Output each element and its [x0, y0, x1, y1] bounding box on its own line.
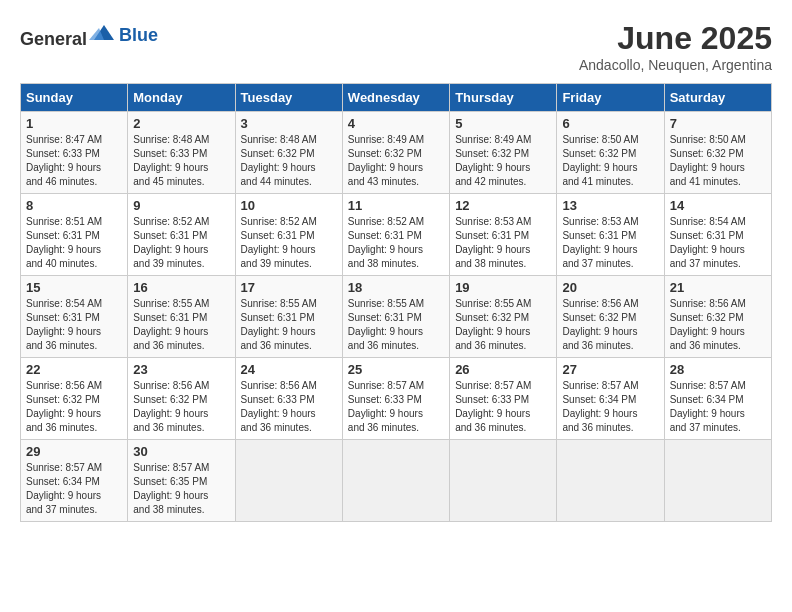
day-number: 30: [133, 444, 229, 459]
day-number: 25: [348, 362, 444, 377]
day-info: Sunrise: 8:54 AM Sunset: 6:31 PM Dayligh…: [26, 297, 122, 353]
col-thursday: Thursday: [450, 84, 557, 112]
day-info: Sunrise: 8:49 AM Sunset: 6:32 PM Dayligh…: [348, 133, 444, 189]
day-info: Sunrise: 8:54 AM Sunset: 6:31 PM Dayligh…: [670, 215, 766, 271]
day-number: 5: [455, 116, 551, 131]
table-row: 24Sunrise: 8:56 AM Sunset: 6:33 PM Dayli…: [235, 358, 342, 440]
day-number: 16: [133, 280, 229, 295]
day-info: Sunrise: 8:48 AM Sunset: 6:33 PM Dayligh…: [133, 133, 229, 189]
day-info: Sunrise: 8:52 AM Sunset: 6:31 PM Dayligh…: [348, 215, 444, 271]
table-row: 18Sunrise: 8:55 AM Sunset: 6:31 PM Dayli…: [342, 276, 449, 358]
day-info: Sunrise: 8:56 AM Sunset: 6:32 PM Dayligh…: [133, 379, 229, 435]
day-number: 29: [26, 444, 122, 459]
table-row: 30Sunrise: 8:57 AM Sunset: 6:35 PM Dayli…: [128, 440, 235, 522]
day-info: Sunrise: 8:52 AM Sunset: 6:31 PM Dayligh…: [241, 215, 337, 271]
day-info: Sunrise: 8:50 AM Sunset: 6:32 PM Dayligh…: [670, 133, 766, 189]
logo-blue: Blue: [119, 25, 158, 45]
header: General Blue June 2025 Andacollo, Neuque…: [20, 20, 772, 73]
table-row: 9Sunrise: 8:52 AM Sunset: 6:31 PM Daylig…: [128, 194, 235, 276]
title-section: June 2025 Andacollo, Neuquen, Argentina: [579, 20, 772, 73]
table-row: 6Sunrise: 8:50 AM Sunset: 6:32 PM Daylig…: [557, 112, 664, 194]
table-row: [450, 440, 557, 522]
day-number: 10: [241, 198, 337, 213]
logo-icon: [89, 20, 119, 45]
day-info: Sunrise: 8:50 AM Sunset: 6:32 PM Dayligh…: [562, 133, 658, 189]
col-sunday: Sunday: [21, 84, 128, 112]
calendar-table: Sunday Monday Tuesday Wednesday Thursday…: [20, 83, 772, 522]
day-number: 28: [670, 362, 766, 377]
table-row: [557, 440, 664, 522]
day-info: Sunrise: 8:53 AM Sunset: 6:31 PM Dayligh…: [562, 215, 658, 271]
table-row: 1Sunrise: 8:47 AM Sunset: 6:33 PM Daylig…: [21, 112, 128, 194]
day-info: Sunrise: 8:57 AM Sunset: 6:34 PM Dayligh…: [562, 379, 658, 435]
col-saturday: Saturday: [664, 84, 771, 112]
day-number: 27: [562, 362, 658, 377]
col-wednesday: Wednesday: [342, 84, 449, 112]
table-row: 22Sunrise: 8:56 AM Sunset: 6:32 PM Dayli…: [21, 358, 128, 440]
table-row: 29Sunrise: 8:57 AM Sunset: 6:34 PM Dayli…: [21, 440, 128, 522]
table-row: 17Sunrise: 8:55 AM Sunset: 6:31 PM Dayli…: [235, 276, 342, 358]
table-row: 14Sunrise: 8:54 AM Sunset: 6:31 PM Dayli…: [664, 194, 771, 276]
table-row: 4Sunrise: 8:49 AM Sunset: 6:32 PM Daylig…: [342, 112, 449, 194]
col-monday: Monday: [128, 84, 235, 112]
day-number: 14: [670, 198, 766, 213]
logo: General Blue: [20, 20, 158, 50]
day-number: 11: [348, 198, 444, 213]
day-number: 20: [562, 280, 658, 295]
day-number: 8: [26, 198, 122, 213]
day-info: Sunrise: 8:51 AM Sunset: 6:31 PM Dayligh…: [26, 215, 122, 271]
table-row: 13Sunrise: 8:53 AM Sunset: 6:31 PM Dayli…: [557, 194, 664, 276]
day-number: 26: [455, 362, 551, 377]
day-number: 6: [562, 116, 658, 131]
day-number: 1: [26, 116, 122, 131]
table-row: 11Sunrise: 8:52 AM Sunset: 6:31 PM Dayli…: [342, 194, 449, 276]
day-info: Sunrise: 8:55 AM Sunset: 6:31 PM Dayligh…: [241, 297, 337, 353]
day-info: Sunrise: 8:55 AM Sunset: 6:32 PM Dayligh…: [455, 297, 551, 353]
day-number: 17: [241, 280, 337, 295]
day-number: 19: [455, 280, 551, 295]
day-number: 21: [670, 280, 766, 295]
day-info: Sunrise: 8:52 AM Sunset: 6:31 PM Dayligh…: [133, 215, 229, 271]
table-row: [235, 440, 342, 522]
table-row: 23Sunrise: 8:56 AM Sunset: 6:32 PM Dayli…: [128, 358, 235, 440]
day-info: Sunrise: 8:56 AM Sunset: 6:32 PM Dayligh…: [26, 379, 122, 435]
table-row: [342, 440, 449, 522]
table-row: 25Sunrise: 8:57 AM Sunset: 6:33 PM Dayli…: [342, 358, 449, 440]
day-info: Sunrise: 8:55 AM Sunset: 6:31 PM Dayligh…: [133, 297, 229, 353]
calendar-subtitle: Andacollo, Neuquen, Argentina: [579, 57, 772, 73]
table-row: 19Sunrise: 8:55 AM Sunset: 6:32 PM Dayli…: [450, 276, 557, 358]
day-number: 23: [133, 362, 229, 377]
day-info: Sunrise: 8:53 AM Sunset: 6:31 PM Dayligh…: [455, 215, 551, 271]
day-number: 15: [26, 280, 122, 295]
logo-general: General: [20, 29, 87, 49]
day-info: Sunrise: 8:57 AM Sunset: 6:34 PM Dayligh…: [26, 461, 122, 517]
table-row: 5Sunrise: 8:49 AM Sunset: 6:32 PM Daylig…: [450, 112, 557, 194]
table-row: 27Sunrise: 8:57 AM Sunset: 6:34 PM Dayli…: [557, 358, 664, 440]
day-number: 3: [241, 116, 337, 131]
col-tuesday: Tuesday: [235, 84, 342, 112]
day-number: 18: [348, 280, 444, 295]
table-row: 10Sunrise: 8:52 AM Sunset: 6:31 PM Dayli…: [235, 194, 342, 276]
table-row: 3Sunrise: 8:48 AM Sunset: 6:32 PM Daylig…: [235, 112, 342, 194]
day-number: 9: [133, 198, 229, 213]
table-row: 20Sunrise: 8:56 AM Sunset: 6:32 PM Dayli…: [557, 276, 664, 358]
table-row: 8Sunrise: 8:51 AM Sunset: 6:31 PM Daylig…: [21, 194, 128, 276]
day-number: 12: [455, 198, 551, 213]
table-row: 16Sunrise: 8:55 AM Sunset: 6:31 PM Dayli…: [128, 276, 235, 358]
table-row: 15Sunrise: 8:54 AM Sunset: 6:31 PM Dayli…: [21, 276, 128, 358]
day-number: 7: [670, 116, 766, 131]
day-info: Sunrise: 8:49 AM Sunset: 6:32 PM Dayligh…: [455, 133, 551, 189]
day-number: 13: [562, 198, 658, 213]
day-info: Sunrise: 8:57 AM Sunset: 6:34 PM Dayligh…: [670, 379, 766, 435]
table-row: 12Sunrise: 8:53 AM Sunset: 6:31 PM Dayli…: [450, 194, 557, 276]
day-info: Sunrise: 8:48 AM Sunset: 6:32 PM Dayligh…: [241, 133, 337, 189]
table-row: 7Sunrise: 8:50 AM Sunset: 6:32 PM Daylig…: [664, 112, 771, 194]
table-row: 21Sunrise: 8:56 AM Sunset: 6:32 PM Dayli…: [664, 276, 771, 358]
day-number: 22: [26, 362, 122, 377]
day-info: Sunrise: 8:57 AM Sunset: 6:35 PM Dayligh…: [133, 461, 229, 517]
table-row: 2Sunrise: 8:48 AM Sunset: 6:33 PM Daylig…: [128, 112, 235, 194]
day-info: Sunrise: 8:56 AM Sunset: 6:32 PM Dayligh…: [670, 297, 766, 353]
day-info: Sunrise: 8:56 AM Sunset: 6:33 PM Dayligh…: [241, 379, 337, 435]
day-number: 24: [241, 362, 337, 377]
table-row: [664, 440, 771, 522]
